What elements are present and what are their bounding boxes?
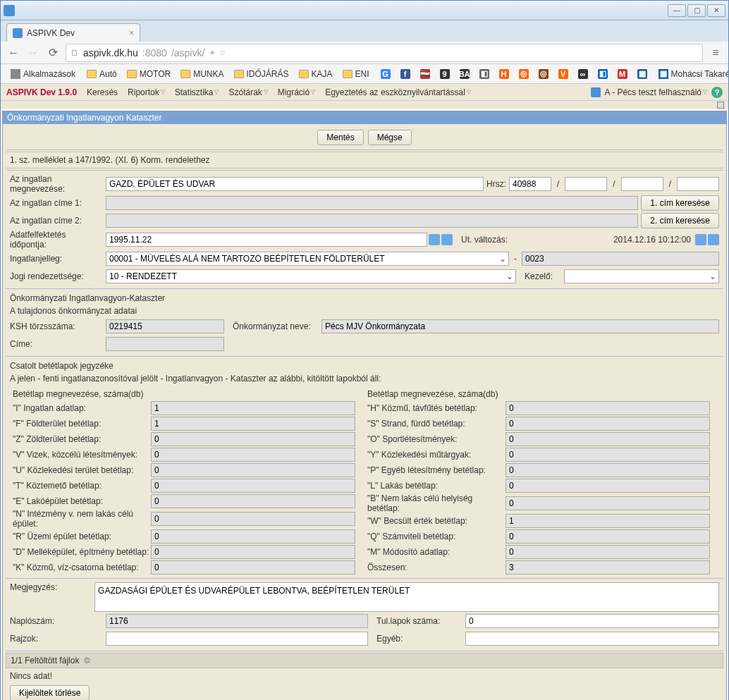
tul-label: Tul.lapok száma: xyxy=(371,616,462,626)
save-button[interactable]: Mentés xyxy=(317,130,363,145)
sheet-row: "B" Nem lakás célú helyiség betétlap: xyxy=(364,493,719,513)
menu-item[interactable]: Riportok ▽ xyxy=(128,87,165,97)
sheet-label: "Y" Közlekedési műtárgyak: xyxy=(364,450,506,460)
legal-select[interactable] xyxy=(106,269,516,283)
bookmark-folder[interactable]: IDŐJÁRÁS xyxy=(230,68,293,80)
menu-item[interactable]: Statisztika ▽ xyxy=(175,87,219,97)
forward-button[interactable]: → xyxy=(26,46,40,60)
folder-icon xyxy=(87,70,97,78)
rajzok-input[interactable] xyxy=(106,632,368,646)
bookmark-icon[interactable]: H xyxy=(495,68,513,80)
sheet-value xyxy=(506,432,710,446)
sheet-value xyxy=(151,560,355,575)
site-icon: ∞ xyxy=(578,69,588,79)
sheet-row: "W" Becsült érték betétlap: xyxy=(364,513,719,529)
main-panel: Önkormányzati Ingatlanvagyon Kataszter M… xyxy=(2,111,727,700)
addr1-search-button[interactable]: 1. cím keresése xyxy=(641,195,719,211)
sheet-value xyxy=(506,545,710,559)
bookmark-icon[interactable]: BA xyxy=(455,68,474,80)
tul-input[interactable] xyxy=(465,614,719,628)
date-input[interactable] xyxy=(106,233,427,247)
close-button[interactable]: ✕ xyxy=(707,4,725,17)
calendar-icon-2[interactable] xyxy=(708,234,719,245)
sheet-value xyxy=(151,529,355,544)
hrsz-part4[interactable] xyxy=(677,177,719,191)
egyeb-input[interactable] xyxy=(465,632,719,646)
sheet-value xyxy=(506,448,710,462)
sheet-value xyxy=(506,560,710,575)
bookmark-icon[interactable]: G xyxy=(376,68,395,80)
app-menubar: ASPIVK Dev 1.9.0 KeresésRiportok ▽Statis… xyxy=(1,84,728,101)
tab-close-icon[interactable]: × xyxy=(129,28,134,38)
addr2-search-button[interactable]: 2. cím keresése xyxy=(641,213,719,228)
bookmark-icon[interactable]: 🇭🇺 xyxy=(416,68,434,80)
user-menu[interactable]: A - Pécs teszt felhasználó▽ xyxy=(605,87,707,97)
bookmark-icon[interactable]: ∞ xyxy=(574,68,592,80)
sheets-col-header-right: Betétlap megnevezése, száma(db) xyxy=(364,388,719,400)
help-icon[interactable]: ? xyxy=(711,87,723,98)
bookmark-folder[interactable]: KAJA xyxy=(295,68,337,80)
type-select[interactable] xyxy=(106,252,509,266)
delete-selected-button[interactable]: Kijelöltek törlése xyxy=(10,685,90,700)
minimize-button[interactable]: — xyxy=(668,4,686,17)
sheet-row: "U" Közlekedési terület betétlap: xyxy=(10,462,364,478)
legal-label: Jogi rendezettsége: xyxy=(10,271,103,281)
bookmark-folder[interactable]: MOTOR xyxy=(123,68,175,80)
menu-item[interactable]: Keresés xyxy=(87,87,118,97)
back-button[interactable]: ← xyxy=(6,46,20,60)
bookmark-folder[interactable]: MUNKA xyxy=(176,68,228,80)
sheet-row: "V" Vizek, közcélú létesítmények: xyxy=(10,447,364,462)
browser-tab[interactable]: ASPIVK Dev × xyxy=(6,23,140,42)
tab-title: ASPIVK Dev xyxy=(27,28,75,38)
reload-button[interactable]: ⟳ xyxy=(46,46,60,60)
kezelo-select[interactable] xyxy=(564,269,719,283)
site-icon: f xyxy=(400,69,410,79)
menu-item[interactable]: Migráció ▽ xyxy=(278,87,315,97)
name-label: Az ingatlan megnevezése: xyxy=(10,174,103,194)
bookmark-star-icon[interactable]: ☆ xyxy=(219,48,226,58)
chevron-down-icon: ▽ xyxy=(264,89,268,95)
wand-icon[interactable]: ✦ xyxy=(209,48,216,58)
calendar-icon[interactable] xyxy=(429,234,440,245)
bookmark-icon[interactable]: ◧ xyxy=(475,68,494,80)
hrsz-input[interactable] xyxy=(509,177,551,191)
cancel-button[interactable]: Mégse xyxy=(368,130,412,145)
menu-item[interactable]: Egyeztetés az eszköznyilvántartással ▽ xyxy=(325,87,471,97)
sheet-row: "I" Ingatlan adatlap: xyxy=(10,400,364,416)
addr2-input[interactable] xyxy=(106,214,638,228)
maximize-button[interactable]: ▢ xyxy=(687,4,706,17)
sheets-sub: A jelen - fenti ingatlanazonosítóval jel… xyxy=(10,372,719,385)
hrsz-part2[interactable] xyxy=(565,177,607,191)
site-icon: 9 xyxy=(440,69,450,79)
bank-bookmark[interactable]: ▦Mohácsi Takarék Bank ... xyxy=(654,68,728,80)
bookmark-icon[interactable]: ◎ xyxy=(534,68,553,80)
notes-textarea[interactable] xyxy=(94,582,719,612)
section-header: 1. sz. melléklet a 147/1992. (XI. 6) Kor… xyxy=(6,152,723,168)
chrome-menu-button[interactable]: ≡ xyxy=(709,46,723,60)
sheet-value xyxy=(506,514,710,528)
egyeb-label: Egyéb: xyxy=(371,634,462,644)
bookmark-icon[interactable]: f xyxy=(396,68,415,80)
hrsz-part3[interactable] xyxy=(621,177,663,191)
collapse-icon[interactable] xyxy=(717,102,724,109)
addr1-input[interactable] xyxy=(106,196,638,210)
folder-icon xyxy=(299,70,309,78)
naplo-input xyxy=(106,614,368,628)
url-bar[interactable]: 🗋 aspivk.dk.hu:8080/aspivk/ ✦ ☆ xyxy=(66,44,703,62)
site-icon: BA xyxy=(460,69,470,79)
menu-item[interactable]: Szótárak ▽ xyxy=(228,87,267,97)
bookmark-icon[interactable]: ◎ xyxy=(515,68,533,80)
name-input[interactable] xyxy=(106,177,484,191)
bookmark-icon[interactable]: V xyxy=(554,68,572,80)
apps-bookmark[interactable]: Alkalmazások xyxy=(6,68,80,80)
calendar-icon-2[interactable] xyxy=(441,234,453,245)
bookmark-icon[interactable]: ◧ xyxy=(594,68,612,80)
bookmark-icon[interactable]: 9 xyxy=(436,68,454,80)
gear-icon[interactable]: ⚙ xyxy=(83,656,91,665)
bookmark-folder[interactable]: ENI xyxy=(338,68,374,80)
calendar-icon[interactable] xyxy=(695,234,706,245)
site-icon: ◎ xyxy=(539,69,549,79)
bookmark-icon[interactable]: ▦ xyxy=(633,68,651,80)
bookmark-icon[interactable]: M xyxy=(613,68,632,80)
bookmark-folder[interactable]: Autó xyxy=(82,68,121,80)
